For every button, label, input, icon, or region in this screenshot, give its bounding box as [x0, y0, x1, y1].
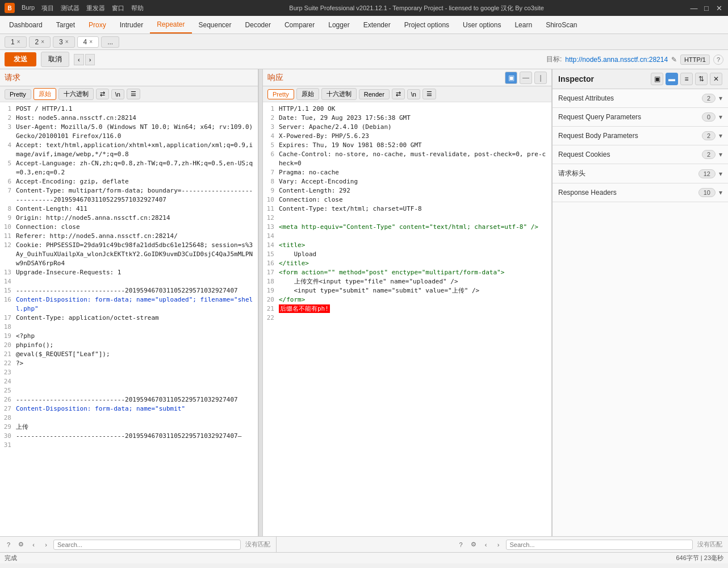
- target-url: http://node5.anna.nssctf.cn:28214: [565, 56, 668, 64]
- tab-dashboard[interactable]: Dashboard: [2, 16, 49, 34]
- req-pretty-btn[interactable]: Pretty: [5, 89, 31, 99]
- layout-vertical-icon[interactable]: —: [520, 72, 532, 84]
- resp-pretty-btn[interactable]: Pretty: [267, 89, 294, 99]
- layout-horizontal-icon[interactable]: |: [534, 72, 547, 84]
- tab-target[interactable]: Target: [49, 16, 82, 34]
- response-code-area[interactable]: 1HTTP/1.1 200 OK2Date: Tue, 29 Aug 2023 …: [263, 102, 551, 536]
- tab-repeater[interactable]: Repeater: [150, 16, 191, 34]
- resp-hex-btn[interactable]: 十六进制: [321, 88, 357, 100]
- resp-no-match-label: 没有匹配: [695, 540, 725, 549]
- cancel-button[interactable]: 取消: [41, 52, 69, 67]
- req-search-help-icon[interactable]: ?: [3, 540, 14, 550]
- next-button[interactable]: ›: [85, 54, 95, 65]
- response-search-input[interactable]: [506, 540, 693, 550]
- status-right: 646字节 | 23毫秒: [676, 554, 723, 562]
- inspector-close-icon[interactable]: ✕: [710, 73, 722, 85]
- table-row: 21后缀名不能有ph!: [263, 304, 551, 314]
- req-raw-btn[interactable]: 原始: [34, 88, 56, 100]
- inspector-section-3[interactable]: Request Cookies2▾: [553, 145, 728, 164]
- request-code-area[interactable]: 1POST / HTTP/1.12Host: node5.anna.nssctf…: [0, 102, 258, 536]
- minimize-button[interactable]: —: [689, 3, 698, 12]
- table-row: 20</form>: [263, 295, 551, 304]
- req-ln-icon[interactable]: \n: [111, 89, 124, 99]
- tab-proxy[interactable]: Proxy: [82, 16, 113, 34]
- table-row: 31: [0, 441, 258, 450]
- inspector-icon-2[interactable]: ▬: [666, 73, 678, 85]
- resp-search-help-icon[interactable]: ?: [456, 540, 466, 550]
- resp-search-settings-icon[interactable]: ⚙: [468, 540, 479, 550]
- menu-window[interactable]: 窗口: [112, 4, 124, 12]
- req-search-settings-icon[interactable]: ⚙: [16, 540, 26, 550]
- tab-user-options[interactable]: User options: [456, 16, 508, 34]
- req-hex-btn[interactable]: 十六进制: [58, 88, 94, 100]
- repeater-tab-more[interactable]: ...: [101, 36, 119, 48]
- tab-shiroscan[interactable]: ShiroScan: [539, 16, 584, 34]
- status-left: 完成: [5, 554, 17, 562]
- inspector-icon-1[interactable]: ▣: [651, 73, 663, 85]
- table-row: 17<form action="" method="post" enctype=…: [263, 268, 551, 277]
- inspector-section-5[interactable]: Response Headers10▾: [553, 183, 728, 202]
- resp-menu-icon[interactable]: ☰: [422, 89, 436, 99]
- inspector-section-4[interactable]: 请求标头12▾: [553, 164, 728, 183]
- close-tab-2[interactable]: ×: [41, 39, 44, 45]
- req-search-prev-icon[interactable]: ‹: [28, 540, 39, 550]
- repeater-tab-4[interactable]: 4 ×: [77, 36, 99, 48]
- request-search-input[interactable]: [53, 540, 241, 550]
- table-row: 8Content-Length: 411: [0, 204, 258, 214]
- resp-render-btn[interactable]: Render: [359, 89, 390, 99]
- table-row: 30-----------------------------201959467…: [0, 432, 258, 441]
- table-row: 6Cache-Control: no-store, no-cache, must…: [263, 150, 551, 168]
- inspector-sort-icon[interactable]: ≡: [680, 73, 693, 85]
- maximize-button[interactable]: □: [702, 3, 711, 12]
- inspector-section-1[interactable]: Request Query Parameters0▾: [553, 108, 728, 127]
- inspector-filter-icon[interactable]: ⇅: [695, 73, 708, 85]
- inspector-section-2[interactable]: Request Body Parameters2▾: [553, 127, 728, 145]
- menu-project[interactable]: 项目: [41, 4, 54, 12]
- menu-resender[interactable]: 重发器: [86, 4, 105, 12]
- close-tab-4[interactable]: ×: [89, 39, 93, 45]
- resp-search-prev-icon[interactable]: ‹: [481, 540, 491, 550]
- resp-transform-icon[interactable]: ⇄: [392, 89, 405, 99]
- close-button[interactable]: ✕: [714, 3, 723, 12]
- table-row: 12Cookie: PHPSESSID=29da91c49bc98fa21dd5…: [0, 241, 258, 268]
- menu-burp[interactable]: Burp: [22, 4, 35, 12]
- table-row: 8Vary: Accept-Encoding: [263, 177, 551, 186]
- close-tab-1[interactable]: ×: [17, 39, 20, 45]
- resp-search-next-icon[interactable]: ›: [493, 540, 504, 550]
- tab-learn[interactable]: Learn: [508, 16, 539, 34]
- target-label: 目标:: [546, 55, 562, 64]
- inspector-icons: ▣ ▬ ≡ ⇅ ✕: [651, 73, 722, 85]
- tab-comparer[interactable]: Comparer: [278, 16, 321, 34]
- inspector-section-0[interactable]: Request Attributes2▾: [553, 89, 728, 108]
- req-search-next-icon[interactable]: ›: [41, 540, 51, 550]
- window-title: Burp Suite Professional v2021.12.1 - Tem…: [148, 4, 685, 12]
- table-row: 2Date: Tue, 29 Aug 2023 17:56:38 GMT: [263, 114, 551, 123]
- panel-resizer[interactable]: [258, 69, 263, 536]
- edit-target-icon[interactable]: ✎: [671, 56, 677, 64]
- prev-button[interactable]: ‹: [74, 54, 84, 65]
- tab-project-options[interactable]: Project options: [398, 16, 456, 34]
- table-row: 13<meta http-equiv="Content-Type" conten…: [263, 223, 551, 232]
- repeater-tab-1[interactable]: 1 ×: [5, 36, 27, 48]
- tab-decoder[interactable]: Decoder: [239, 16, 278, 34]
- tab-extender[interactable]: Extender: [357, 16, 398, 34]
- resp-raw-btn[interactable]: 原始: [296, 88, 319, 100]
- tab-intruder[interactable]: Intruder: [113, 16, 150, 34]
- req-menu-icon[interactable]: ☰: [127, 89, 140, 99]
- repeater-tab-3[interactable]: 3 ×: [53, 36, 75, 48]
- http-version-badge: HTTP/1: [680, 55, 710, 65]
- req-transform-icon[interactable]: ⇄: [96, 89, 109, 99]
- menu-tester[interactable]: 测试器: [61, 4, 80, 12]
- table-row: 22: [263, 314, 551, 323]
- send-button[interactable]: 发送: [5, 52, 36, 66]
- help-icon[interactable]: ?: [713, 55, 723, 65]
- repeater-tab-2[interactable]: 2 ×: [29, 36, 51, 48]
- tab-logger[interactable]: Logger: [321, 16, 356, 34]
- tab-sequencer[interactable]: Sequencer: [192, 16, 239, 34]
- close-tab-3[interactable]: ×: [65, 39, 69, 45]
- resp-ln-icon[interactable]: \n: [407, 89, 420, 99]
- table-row: 4X-Powered-By: PHP/5.6.23: [263, 132, 551, 141]
- toolbar: 发送 取消 ‹ › 目标: http://node5.anna.nssctf.c…: [0, 50, 728, 69]
- layout-split-icon[interactable]: ▣: [505, 72, 517, 84]
- menu-help[interactable]: 帮助: [131, 4, 144, 12]
